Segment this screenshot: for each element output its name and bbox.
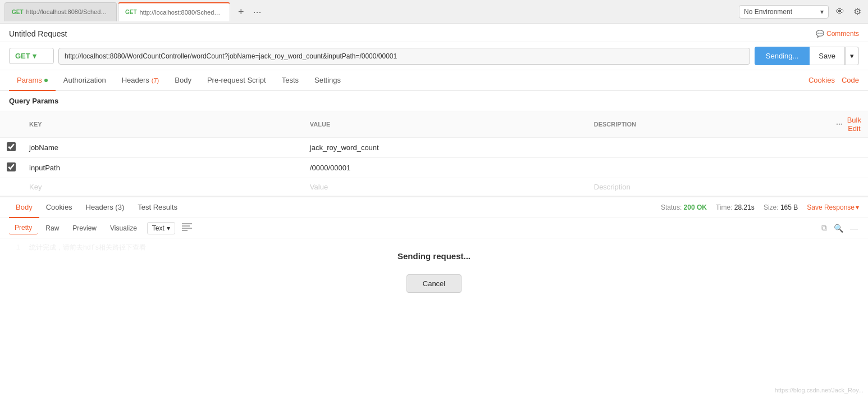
row2-desc-cell[interactable] — [587, 158, 829, 178]
cookies-link[interactable]: Cookies — [808, 76, 835, 84]
save-dropdown-button[interactable]: ▾ — [845, 47, 859, 65]
save-response-button[interactable]: Save Response ▾ — [807, 203, 859, 211]
empty-key-cell[interactable]: Key — [22, 178, 303, 196]
params-table: KEY VALUE DESCRIPTION ··· Bulk Edit jobN… — [0, 111, 868, 196]
format-type-label: Text — [152, 224, 165, 232]
tabs-right: Cookies Code — [808, 76, 859, 84]
tab1-method: GET — [12, 9, 24, 15]
size-label: Size: 165 B — [764, 203, 798, 211]
params-dot — [44, 79, 48, 82]
method-selector[interactable]: GET ▾ — [9, 48, 54, 64]
browser-tab-2[interactable]: GET http://localhost:8080/Scheduler... — [118, 2, 230, 21]
comments-link[interactable]: 💬 Comments — [816, 30, 859, 38]
tab-actions: + ··· — [236, 6, 264, 18]
tab-headers[interactable]: Headers (7) — [114, 70, 167, 91]
query-params-section-header: Query Params — [0, 91, 868, 111]
time-value: 28.21s — [734, 203, 755, 211]
cancel-button[interactable]: Cancel — [406, 274, 462, 293]
size-value: 165 B — [780, 203, 798, 211]
search-icon[interactable]: 🔍 — [833, 222, 844, 234]
save-response-chevron-icon: ▾ — [856, 203, 859, 211]
empty-desc-cell[interactable]: Description — [587, 178, 829, 196]
send-button[interactable]: Sending... — [755, 47, 810, 65]
more-icon[interactable]: ··· — [836, 120, 843, 129]
add-tab-button[interactable]: + — [236, 6, 246, 18]
request-header: Untitled Request 💬 Comments — [0, 24, 868, 42]
empty-check-cell — [0, 178, 22, 196]
resp-tab-test-results[interactable]: Test Results — [131, 197, 184, 218]
format-tab-raw[interactable]: Raw — [40, 222, 65, 234]
response-status-bar: Status: 200 OK Time: 28.21s Size: 165 B … — [661, 203, 859, 211]
tab-settings[interactable]: Settings — [307, 70, 349, 91]
env-label: No Environment — [744, 8, 792, 16]
tab-tests[interactable]: Tests — [274, 70, 307, 91]
format-bar-right: ⧉ 🔍 — — [820, 222, 859, 234]
status-label: Status: 200 OK — [661, 203, 707, 211]
sending-overlay: Sending request... Cancel — [0, 238, 868, 306]
th-key: KEY — [22, 111, 303, 138]
copy-icon[interactable]: ⧉ — [820, 222, 828, 234]
bulk-edit-button[interactable]: Bulk Edit — [847, 116, 861, 133]
row1-checkbox[interactable] — [7, 142, 16, 151]
svg-rect-3 — [182, 230, 188, 231]
tab-bar-right: No Environment ▾ 👁 ⚙ — [739, 4, 864, 19]
format-chevron-icon: ▾ — [167, 224, 170, 232]
resp-tab-body[interactable]: Body — [9, 197, 39, 218]
more-tabs-button[interactable]: ··· — [251, 6, 264, 18]
tab-tests-label: Tests — [282, 76, 299, 84]
row2-actions-cell — [829, 158, 868, 178]
tab-bar: GET http://localhost:8080/Scheduler... G… — [0, 0, 868, 24]
method-label: GET — [15, 52, 30, 60]
tab2-url: http://localhost:8080/Scheduler... — [140, 9, 223, 16]
code-link[interactable]: Code — [842, 76, 859, 84]
environment-selector[interactable]: No Environment ▾ — [739, 5, 829, 19]
row2-checkbox[interactable] — [7, 162, 16, 171]
format-tab-visualize[interactable]: Visualize — [104, 222, 143, 234]
headers-badge: (7) — [152, 77, 159, 84]
svg-rect-0 — [182, 223, 192, 224]
method-chevron-icon: ▾ — [33, 52, 36, 60]
sending-message: Sending request... — [398, 251, 470, 261]
url-bar: GET ▾ Sending... Save ▾ — [0, 42, 868, 70]
comments-label: Comments — [826, 30, 859, 38]
tab-body[interactable]: Body — [167, 70, 199, 91]
format-tab-preview[interactable]: Preview — [67, 222, 102, 234]
minimize-icon[interactable]: — — [849, 222, 859, 234]
tab-params[interactable]: Params — [9, 70, 56, 91]
format-tab-pretty[interactable]: Pretty — [9, 221, 38, 234]
resp-tab-headers[interactable]: Headers (3) — [79, 197, 131, 218]
row2-key-cell[interactable]: inputPath — [22, 158, 303, 178]
row1-key-cell[interactable]: jobName — [22, 138, 303, 158]
th-checkbox — [0, 111, 22, 138]
url-input[interactable] — [58, 48, 750, 65]
th-value: VALUE — [303, 111, 587, 138]
save-button[interactable]: Save — [810, 47, 845, 65]
tab-settings-label: Settings — [314, 76, 341, 84]
tab-headers-label: Headers — [122, 76, 149, 84]
gear-icon[interactable]: ⚙ — [851, 4, 864, 19]
table-row: jobName jack_roy_word_count — [0, 138, 868, 158]
request-title: Untitled Request — [9, 29, 67, 38]
send-save-group: Sending... Save ▾ — [755, 47, 859, 65]
svg-rect-1 — [182, 225, 190, 227]
tab-pre-request[interactable]: Pre-request Script — [199, 70, 274, 91]
table-row-empty: Key Value Description — [0, 178, 868, 196]
resp-tab-cookies[interactable]: Cookies — [39, 197, 79, 218]
browser-tab-1[interactable]: GET http://localhost:8080/Scheduler... — [4, 2, 117, 21]
line-wrap-icon[interactable] — [182, 223, 192, 233]
tab-authorization[interactable]: Authorization — [56, 70, 114, 91]
row1-check-cell — [0, 138, 22, 158]
tab-authorization-label: Authorization — [63, 76, 106, 84]
format-type-selector[interactable]: Text ▾ — [147, 222, 175, 234]
row1-desc-cell[interactable] — [587, 138, 829, 158]
tab-pre-request-label: Pre-request Script — [207, 76, 266, 84]
save-response-label: Save Response — [807, 203, 855, 211]
env-chevron-icon: ▾ — [820, 8, 824, 16]
response-section: Body Cookies Headers (3) Test Results St… — [0, 196, 868, 306]
tab-params-label: Params — [17, 76, 42, 84]
empty-value-cell[interactable]: Value — [303, 178, 587, 196]
status-value: 200 OK — [684, 203, 707, 211]
eye-icon[interactable]: 👁 — [833, 4, 847, 19]
row2-value-cell[interactable]: /0000/00001 — [303, 158, 587, 178]
row1-value-cell[interactable]: jack_roy_word_count — [303, 138, 587, 158]
